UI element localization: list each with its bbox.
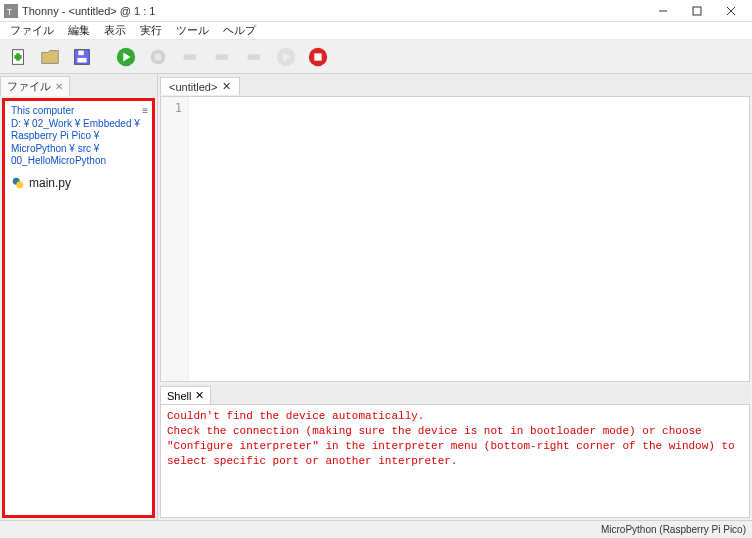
toolbar [0, 40, 752, 74]
titlebar: T Thonny - <untitled> @ 1 : 1 [0, 0, 752, 22]
close-button[interactable] [714, 1, 748, 21]
svg-rect-18 [248, 54, 261, 60]
file-browser-panel: ≡ This computer D: ¥ 02_Work ¥ Embbeded … [2, 98, 155, 518]
run-button[interactable] [112, 43, 140, 71]
maximize-button[interactable] [680, 1, 714, 21]
menu-view[interactable]: 表示 [98, 22, 132, 39]
editor-tab-untitled[interactable]: <untitled> ✕ [160, 77, 240, 95]
interpreter-status[interactable]: MicroPython (Raspberry Pi Pico) [601, 524, 746, 535]
line-gutter: 1 [161, 97, 189, 381]
file-list: main.py [5, 172, 152, 194]
menu-run[interactable]: 実行 [134, 22, 168, 39]
close-icon[interactable]: ✕ [222, 80, 231, 93]
menu-help[interactable]: ヘルプ [217, 22, 262, 39]
svg-rect-10 [77, 57, 86, 62]
svg-point-15 [154, 53, 161, 60]
shell-tabs: Shell ✕ [160, 384, 750, 404]
close-icon[interactable]: ✕ [55, 81, 63, 92]
debug-button[interactable] [144, 43, 172, 71]
sidebar-tab-label: ファイル [7, 79, 51, 94]
menu-edit[interactable]: 編集 [62, 22, 96, 39]
file-item-main-py[interactable]: main.py [11, 174, 146, 192]
menu-file[interactable]: ファイル [4, 22, 60, 39]
svg-rect-22 [314, 53, 321, 60]
shell-panel: Shell ✕ Couldn't find the device automat… [160, 384, 750, 518]
shell-tab[interactable]: Shell ✕ [160, 386, 211, 404]
step-into-button[interactable] [208, 43, 236, 71]
menubar: ファイル 編集 表示 実行 ツール ヘルプ [0, 22, 752, 40]
menu-tools[interactable]: ツール [170, 22, 215, 39]
file-browser-header[interactable]: This computer D: ¥ 02_Work ¥ Embbeded ¥ … [5, 101, 152, 172]
svg-rect-17 [216, 54, 229, 60]
svg-rect-3 [693, 7, 701, 15]
code-editor[interactable]: 1 [160, 96, 750, 382]
svg-rect-8 [14, 55, 21, 59]
python-file-icon [11, 176, 25, 190]
app-icon: T [4, 4, 18, 18]
sidebar-tabs: ファイル ✕ [0, 74, 157, 96]
file-item-label: main.py [29, 176, 71, 190]
svg-rect-16 [184, 54, 197, 60]
line-number: 1 [167, 101, 182, 115]
svg-point-24 [16, 181, 23, 188]
editor-tabs: <untitled> ✕ [158, 74, 752, 96]
statusbar: MicroPython (Raspberry Pi Pico) [0, 520, 752, 538]
panel-menu-icon[interactable]: ≡ [142, 105, 148, 116]
close-icon[interactable]: ✕ [195, 389, 204, 402]
editor-tab-label: <untitled> [169, 81, 217, 93]
new-file-button[interactable] [4, 43, 32, 71]
svg-rect-11 [78, 50, 84, 55]
shell-output[interactable]: Couldn't find the device automatically. … [160, 404, 750, 518]
main-area: ファイル ✕ ≡ This computer D: ¥ 02_Work ¥ Em… [0, 74, 752, 520]
shell-tab-label: Shell [167, 390, 191, 402]
svg-text:T: T [7, 6, 13, 16]
resume-button[interactable] [272, 43, 300, 71]
editor-area: <untitled> ✕ 1 Shell ✕ Couldn't find the… [158, 74, 752, 520]
window-controls [646, 1, 748, 21]
minimize-button[interactable] [646, 1, 680, 21]
stop-button[interactable] [304, 43, 332, 71]
step-out-button[interactable] [240, 43, 268, 71]
sidebar: ファイル ✕ ≡ This computer D: ¥ 02_Work ¥ Em… [0, 74, 158, 520]
save-file-button[interactable] [68, 43, 96, 71]
code-area[interactable] [189, 97, 749, 381]
sidebar-tab-files[interactable]: ファイル ✕ [0, 76, 70, 96]
window-title: Thonny - <untitled> @ 1 : 1 [22, 5, 646, 17]
step-over-button[interactable] [176, 43, 204, 71]
breadcrumb[interactable]: This computer D: ¥ 02_Work ¥ Embbeded ¥ … [11, 105, 146, 168]
open-file-button[interactable] [36, 43, 64, 71]
